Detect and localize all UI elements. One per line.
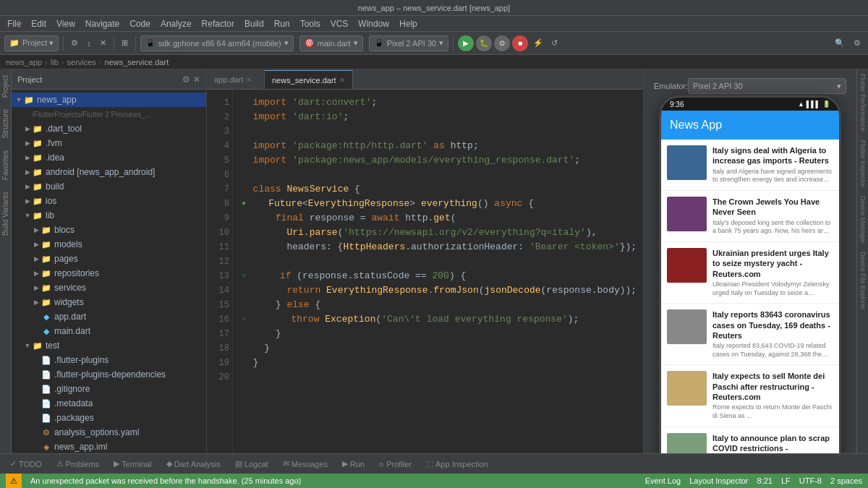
news-item-0[interactable]: Italy signs deal with Algeria to increas… (661, 140, 839, 191)
status-event-log[interactable]: Event Log (645, 476, 681, 485)
search-everywhere-btn[interactable]: 🔍 (832, 37, 848, 49)
tree-widgets[interactable]: ▶ 📁 widgets (12, 295, 206, 309)
tree-dart-tool[interactable]: ▶ 📁 .dart_tool (12, 121, 206, 136)
status-layout-inspector[interactable]: Layout Inspector (689, 476, 748, 485)
news-content-2: Ukrainian president urges Italy to seize… (712, 248, 833, 297)
panel-close-icon[interactable]: ✕ (193, 74, 200, 85)
debug-button[interactable]: 🐛 (476, 35, 492, 51)
tree-services[interactable]: ▶ 📁 services (12, 281, 206, 295)
menu-help[interactable]: Help (395, 17, 422, 30)
menu-build[interactable]: Build (240, 17, 268, 30)
bottom-tab-run[interactable]: ▶ Run (338, 458, 369, 470)
stop-button[interactable]: ■ (512, 35, 528, 51)
panel-settings-icon[interactable]: ⚙ (182, 74, 190, 85)
right-tab-device-manager[interactable]: Device Manager (858, 192, 868, 248)
left-tab-structure[interactable]: Structure (0, 103, 11, 145)
right-tab-flutter-inspector[interactable]: Flutter Inspector (858, 136, 868, 192)
profiler-label: Profiler (386, 460, 412, 468)
tree-test[interactable]: ▼ 📁 test (12, 338, 206, 353)
menu-run[interactable]: Run (270, 17, 294, 30)
run-button[interactable]: ▶ (458, 35, 474, 51)
breadcrumb-lib[interactable]: lib (51, 58, 59, 67)
tree-root[interactable]: ▼ 📁 news_app (12, 93, 206, 107)
menu-tools[interactable]: Tools (296, 17, 325, 30)
emulator-device-selector[interactable]: Pixel 2 API 30 ▾ (688, 78, 846, 94)
tree-metadata[interactable]: 📄 .metadata (12, 396, 206, 411)
tab-news-service-close[interactable]: ✕ (339, 76, 345, 84)
emulator-dropdown[interactable]: 📱 sdk gphone x86 64 arm64 (mobile) ▾ (140, 35, 294, 51)
settings-btn[interactable]: ⚙ (851, 37, 864, 49)
toolbar-expand-btn[interactable]: ⊞ (119, 37, 131, 49)
bottom-tab-messages[interactable]: ✉ Messages (278, 458, 332, 470)
tab-news-service[interactable]: news_service.dart ✕ (265, 70, 353, 89)
pixel-config-dropdown[interactable]: 📱 Pixel 2 API 30 ▾ (369, 35, 449, 51)
toolbar-cancel-btn[interactable]: ✕ (97, 37, 109, 49)
project-dropdown[interactable]: 📁 Project ▾ (4, 35, 59, 51)
code-area[interactable]: import 'dart:convert'; import 'dart:io';… (233, 90, 643, 453)
tree-main-dart[interactable]: ◆ main.dart (12, 324, 206, 338)
bottom-tab-problems[interactable]: ⚠ Problems (52, 458, 103, 470)
profile-button[interactable]: ⊙ (494, 35, 510, 51)
tree-fvm[interactable]: ▶ 📁 .fvm (12, 136, 206, 150)
left-tab-build[interactable]: Build Variants (0, 186, 11, 241)
bottom-tab-profiler[interactable]: ⌾ Profiler (375, 458, 416, 470)
toolbar-build-btn[interactable]: ⚙ (68, 37, 81, 49)
menu-code[interactable]: Code (125, 17, 155, 30)
bottom-tab-app-inspection[interactable]: ⬚ App Inspection (422, 458, 493, 470)
tree-build[interactable]: ▶ 📁 build (12, 179, 206, 194)
editor-content: 12345 678910 1112131415 1617181920 impor… (207, 90, 643, 453)
menu-view[interactable]: View (52, 17, 80, 30)
tree-ios[interactable]: ▶ 📁 ios (12, 194, 206, 208)
flutter-hot-reload[interactable]: ⚡ (530, 37, 546, 49)
news-item-5[interactable]: Italy to announce plan to scrap COVID re… (661, 427, 839, 453)
tree-packages[interactable]: 📄 .packages (12, 411, 206, 425)
tab-app-dart-close[interactable]: ✕ (246, 76, 252, 84)
menu-bar: File Edit View Navigate Code Analyze Ref… (0, 16, 868, 32)
menu-refactor[interactable]: Refactor (197, 17, 239, 30)
toolbar-sync-btn[interactable]: ↕ (84, 38, 94, 49)
right-sidebar: Flutter Performance Flutter Inspector De… (856, 69, 868, 453)
breadcrumb-services[interactable]: services (67, 58, 96, 67)
menu-vcs[interactable]: VCS (326, 17, 353, 30)
news-item-3[interactable]: Italy reports 83643 coronavirus cases on… (661, 304, 839, 365)
tree-iml[interactable]: ◈ news_app.iml (12, 440, 206, 453)
tree-models[interactable]: ▶ 📁 models (12, 237, 206, 252)
code-line-18: } (242, 341, 637, 356)
breadcrumb-file[interactable]: news_service.dart (105, 58, 169, 67)
right-tab-flutter-perf[interactable]: Flutter Performance (858, 69, 868, 136)
tree-lib[interactable]: ▼ 📁 lib (12, 208, 206, 223)
tree-analysis-options[interactable]: ⚙ analysis_options.yaml (12, 425, 206, 440)
flutter-hot-restart[interactable]: ↺ (548, 37, 561, 49)
tab-app-dart[interactable]: app.dart ✕ (207, 70, 265, 89)
menu-edit[interactable]: Edit (27, 17, 51, 30)
tree-android[interactable]: ▶ 📁 android [news_app_android] (12, 165, 206, 179)
tree-idea[interactable]: ▶ 📁 .idea (12, 150, 206, 165)
news-item-4[interactable]: Italy expects to sell Monte dei Paschi a… (661, 365, 839, 427)
toolbar-sep-4 (453, 36, 454, 51)
menu-file[interactable]: File (3, 17, 25, 30)
tree-flutter-plugins[interactable]: 📄 .flutter-plugins (12, 353, 206, 367)
run-config-dropdown[interactable]: 🎯 main.dart ▾ (299, 35, 363, 51)
tree-blocs[interactable]: ▶ 📁 blocs (12, 223, 206, 237)
menu-window[interactable]: Window (354, 17, 393, 30)
tree-repositories[interactable]: ▶ 📁 repositories (12, 266, 206, 281)
news-item-1[interactable]: The Crown Jewels You Have Never Seen Ita… (661, 191, 839, 242)
left-tab-project[interactable]: Project (0, 69, 11, 103)
bottom-tab-dart-analysis[interactable]: ◆ Dart Analysis (162, 458, 225, 470)
tree-gitignore[interactable]: 📄 .gitignore (12, 382, 206, 396)
tree-flutter-plugins-dep[interactable]: 📄 .flutter-plugins-dependencies (12, 367, 206, 382)
tree-pages[interactable]: ▶ 📁 pages (12, 252, 206, 266)
menu-navigate[interactable]: Navigate (81, 17, 124, 30)
menu-analyze[interactable]: Analyze (156, 17, 196, 30)
news-item-2[interactable]: Ukrainian president urges Italy to seize… (661, 242, 839, 304)
bottom-tab-terminal[interactable]: ▶ Terminal (109, 458, 156, 470)
bottom-tab-logcat[interactable]: ▤ Logcat (231, 458, 273, 470)
bottom-tab-todo[interactable]: ✓ TODO (6, 458, 46, 470)
right-tab-device-file[interactable]: Device File Explorer (858, 247, 868, 314)
tree-app-dart[interactable]: ◆ app.dart (12, 309, 206, 324)
dart-tool-arrow: ▶ (23, 125, 32, 132)
breadcrumb-project[interactable]: news_app (6, 58, 42, 67)
content-area: Project Structure Favorites Build Varian… (0, 69, 868, 453)
news-list[interactable]: Italy signs deal with Algeria to increas… (661, 140, 839, 453)
left-tab-favorites[interactable]: Favorites (0, 145, 11, 186)
